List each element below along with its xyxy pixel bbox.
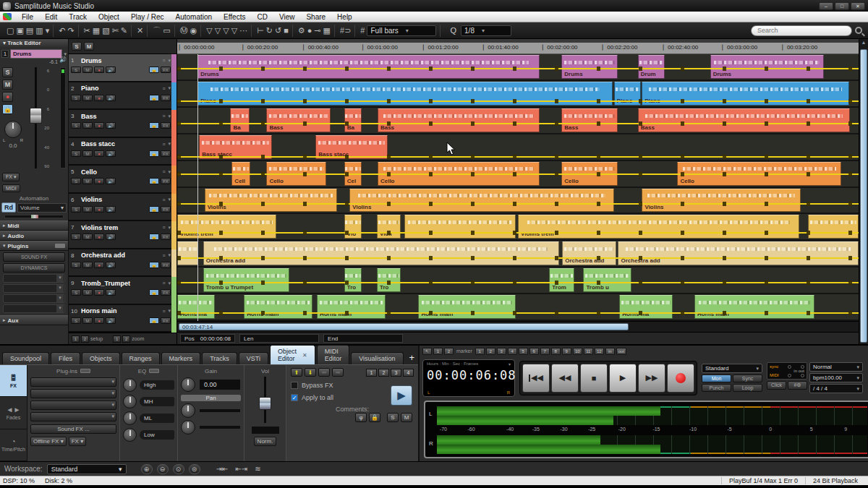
menu-cd[interactable]: CD	[251, 12, 273, 22]
marker-button-5[interactable]: 5	[519, 348, 528, 355]
track-header[interactable]: 3Bass≡▾SM●🔊🔒FX	[69, 110, 176, 138]
zoom-vertical-icon[interactable]: ⊙	[173, 464, 184, 474]
track-solo-button[interactable]: S	[71, 234, 81, 240]
marker-button-7[interactable]: 7	[540, 348, 550, 355]
loop-object-icon[interactable]: ◉	[190, 25, 197, 36]
track-dropdown-icon[interactable]: ▾	[168, 58, 171, 64]
track-solo-button[interactable]: S	[71, 150, 81, 157]
track-lock-button[interactable]: 🔒	[149, 67, 159, 73]
track-record-button[interactable]: ●	[94, 67, 104, 73]
track-lane[interactable]: ViolinsViolinsViolins	[177, 188, 859, 215]
dock-tab-soundpool[interactable]: Soundpool	[2, 352, 49, 364]
track-curves-icon[interactable]: ≡	[162, 86, 165, 91]
oe-tab-timepitch[interactable]: ◔Time/Pitch	[0, 429, 27, 461]
mute-4-icon[interactable]: ▽	[231, 25, 237, 36]
track-monitor-icon[interactable]: 🔊	[106, 122, 116, 129]
mute-2-icon[interactable]: ▽	[215, 25, 221, 36]
mute-icon[interactable]: Ⓜ	[180, 25, 188, 36]
automation-volume-select[interactable]: Volume▾	[17, 203, 67, 213]
track-solo-button[interactable]: S	[71, 67, 81, 73]
track-fx-button[interactable]: FX	[161, 317, 171, 324]
volume-fader[interactable]	[30, 108, 42, 124]
menu-help[interactable]: Help	[331, 12, 358, 22]
track-fx-button[interactable]: FX	[161, 234, 171, 240]
dock-tab-objects[interactable]: Objects	[82, 352, 120, 364]
track-header[interactable]: 1Drums≡▾SM●🔊🔒FX	[69, 54, 176, 82]
track-lock-button[interactable]: 🔒	[149, 289, 159, 296]
track-solo-button[interactable]: S	[71, 262, 81, 268]
track-lock-button[interactable]: 🔒	[149, 122, 159, 129]
crossfade-icon[interactable]: ⌒	[153, 25, 161, 36]
loop-button[interactable]: Loop	[733, 384, 762, 392]
marker-button-1[interactable]: 1	[475, 348, 485, 355]
zoom-range-icon[interactable]: ⇤⇥	[234, 465, 249, 473]
click-button[interactable]: Click	[767, 381, 786, 390]
mute-3-icon[interactable]: ▽	[223, 25, 229, 36]
track-dropdown-icon[interactable]: ▾	[168, 114, 171, 119]
object-fx-button[interactable]: FX ▾	[69, 437, 86, 446]
next-object-button[interactable]: ⬇	[305, 368, 316, 377]
import-icon[interactable]: ▤	[26, 25, 33, 36]
object-mute-button[interactable]: M	[401, 413, 412, 422]
track-mute-button[interactable]: M	[82, 317, 93, 324]
track-header[interactable]: 7Violins trem≡▾SM●🔊🔒FX	[69, 221, 176, 249]
track-curves-icon[interactable]: ≡	[162, 169, 165, 174]
marker-button-8[interactable]: 8	[551, 348, 561, 355]
track-solo-button[interactable]: S	[71, 122, 81, 129]
dynamics-button[interactable]: DYNAMICS	[3, 263, 65, 273]
audio-clip[interactable]: Vio	[344, 215, 362, 239]
all-solo-button[interactable]: S	[72, 42, 82, 51]
setup-2-button[interactable]: 2	[81, 335, 89, 343]
audio-clip[interactable]	[404, 215, 516, 239]
oe-tab-fades[interactable]: ◄►Fades	[0, 397, 27, 429]
split-icon[interactable]: ✄	[112, 25, 119, 36]
gain-value[interactable]: 0.00	[199, 379, 241, 390]
cut-icon[interactable]: ✂	[84, 25, 90, 36]
mute-button[interactable]: M	[2, 80, 13, 90]
audio-clip[interactable]: Violins	[642, 189, 800, 213]
track-name-field[interactable]: Drums	[10, 49, 62, 59]
track-lock-button[interactable]: 🔒	[149, 178, 159, 184]
copy-icon[interactable]: ▦	[93, 25, 100, 36]
track-record-button[interactable]: ●	[94, 289, 104, 296]
track-solo-button[interactable]: S	[71, 317, 81, 324]
object-plugin-slot[interactable]	[30, 412, 116, 421]
scroll-up-icon[interactable]: ▲	[860, 40, 867, 48]
track-record-button[interactable]: ●	[94, 234, 104, 240]
track-header[interactable]: 10Horns main≡▾SM●🔊🔒FX	[69, 305, 176, 333]
track-lane[interactable]: BaBassBaBassBassBass	[177, 108, 859, 134]
timeline-ruler[interactable]: 00:00:00:0000:00:20:0000:00:40:0000:01:0…	[177, 39, 859, 54]
horizontal-scrollbar[interactable]: 00:03:47:14	[177, 321, 859, 332]
menu-file[interactable]: File	[16, 12, 39, 22]
audio-clip[interactable]: Violi	[377, 215, 401, 239]
playhead[interactable]	[197, 54, 198, 321]
automation-line[interactable]	[177, 232, 859, 234]
preset-button-2[interactable]: 2	[378, 369, 389, 377]
zoom-object-icon[interactable]: ⇥⇤	[215, 465, 230, 473]
forward-button[interactable]: ▶▶	[638, 364, 665, 393]
track-lane[interactable]: Orchestra addOrchestra addOrchestra add	[177, 241, 859, 267]
audio-clip[interactable]	[808, 215, 859, 239]
audio-clip[interactable]: Violins	[349, 189, 613, 213]
track-header-name[interactable]: Drums	[81, 57, 159, 64]
play-cursor-icon[interactable]: ⊸	[314, 25, 320, 36]
track-monitor-icon[interactable]: 🔊	[106, 95, 116, 101]
vertical-scroll-thumb[interactable]	[860, 49, 867, 343]
object-play-button[interactable]: ▶	[391, 385, 412, 406]
lock-button[interactable]: 🔒	[2, 104, 13, 114]
track-dropdown-icon[interactable]: ▾	[168, 252, 171, 258]
track-curves-icon[interactable]: ≡	[162, 58, 165, 63]
zoom-1-button[interactable]: 1	[113, 335, 121, 343]
gain-knob[interactable]	[181, 377, 195, 392]
track-midi-button[interactable]: MIDI	[2, 184, 20, 192]
dock-tab-markers[interactable]: Markers	[161, 352, 201, 364]
track-monitor-icon[interactable]: 🔊	[106, 262, 116, 268]
zoom-2-button[interactable]: 2	[122, 335, 130, 343]
automation-line[interactable]	[177, 123, 859, 124]
speaker-icon[interactable]: 🔊	[59, 56, 67, 63]
bpm-select[interactable]: bpm100.00▾	[809, 373, 863, 382]
track-mute-button[interactable]: M	[82, 95, 93, 101]
tempo-mode-select[interactable]: Normal▾	[809, 362, 863, 372]
track-record-button[interactable]: ●	[94, 262, 104, 268]
track-header-name[interactable]: Tromb_Trumpet	[81, 280, 159, 287]
